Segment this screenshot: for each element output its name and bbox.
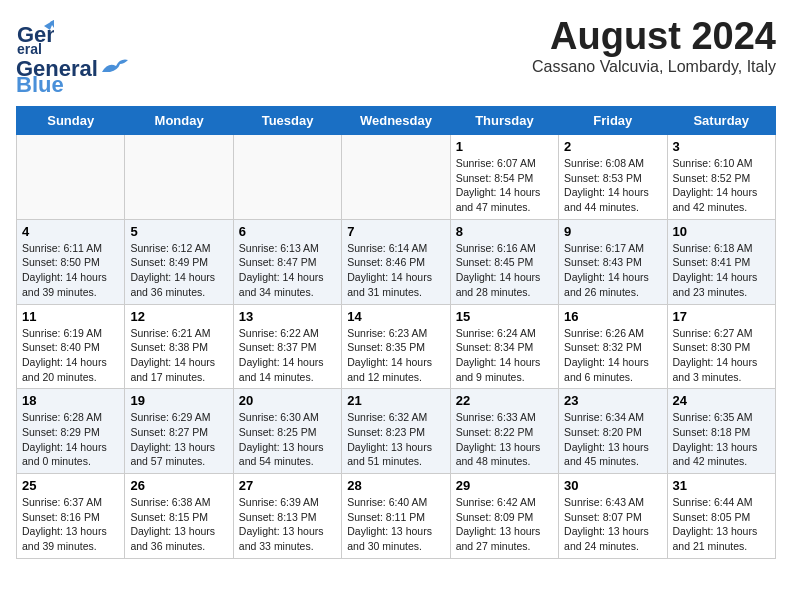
logo-icon: Gen eral: [16, 16, 54, 54]
day-number: 22: [456, 393, 553, 408]
calendar-cell: [233, 135, 341, 220]
day-info: Sunrise: 6:27 AMSunset: 8:30 PMDaylight:…: [673, 326, 770, 385]
calendar-cell: 9Sunrise: 6:17 AMSunset: 8:43 PMDaylight…: [559, 219, 667, 304]
day-number: 7: [347, 224, 444, 239]
day-number: 2: [564, 139, 661, 154]
day-number: 21: [347, 393, 444, 408]
day-number: 27: [239, 478, 336, 493]
day-info: Sunrise: 6:35 AMSunset: 8:18 PMDaylight:…: [673, 410, 770, 469]
week-row-2: 4Sunrise: 6:11 AMSunset: 8:50 PMDaylight…: [17, 219, 776, 304]
day-number: 14: [347, 309, 444, 324]
logo-text-blue: Blue: [16, 72, 64, 98]
calendar-cell: 27Sunrise: 6:39 AMSunset: 8:13 PMDayligh…: [233, 474, 341, 559]
calendar-cell: 14Sunrise: 6:23 AMSunset: 8:35 PMDayligh…: [342, 304, 450, 389]
calendar-cell: 31Sunrise: 6:44 AMSunset: 8:05 PMDayligh…: [667, 474, 775, 559]
weekday-header-thursday: Thursday: [450, 107, 558, 135]
calendar-cell: 19Sunrise: 6:29 AMSunset: 8:27 PMDayligh…: [125, 389, 233, 474]
day-number: 8: [456, 224, 553, 239]
weekday-header-sunday: Sunday: [17, 107, 125, 135]
day-info: Sunrise: 6:19 AMSunset: 8:40 PMDaylight:…: [22, 326, 119, 385]
weekday-header-tuesday: Tuesday: [233, 107, 341, 135]
title-block: August 2024 Cassano Valcuvia, Lombardy, …: [532, 16, 776, 76]
day-number: 26: [130, 478, 227, 493]
logo: Gen eral General Blue: [16, 16, 130, 98]
day-info: Sunrise: 6:43 AMSunset: 8:07 PMDaylight:…: [564, 495, 661, 554]
calendar-cell: 16Sunrise: 6:26 AMSunset: 8:32 PMDayligh…: [559, 304, 667, 389]
day-info: Sunrise: 6:32 AMSunset: 8:23 PMDaylight:…: [347, 410, 444, 469]
day-info: Sunrise: 6:16 AMSunset: 8:45 PMDaylight:…: [456, 241, 553, 300]
calendar-cell: 29Sunrise: 6:42 AMSunset: 8:09 PMDayligh…: [450, 474, 558, 559]
day-number: 24: [673, 393, 770, 408]
calendar-cell: 6Sunrise: 6:13 AMSunset: 8:47 PMDaylight…: [233, 219, 341, 304]
calendar-cell: 3Sunrise: 6:10 AMSunset: 8:52 PMDaylight…: [667, 135, 775, 220]
day-info: Sunrise: 6:21 AMSunset: 8:38 PMDaylight:…: [130, 326, 227, 385]
calendar-subtitle: Cassano Valcuvia, Lombardy, Italy: [532, 58, 776, 76]
day-info: Sunrise: 6:07 AMSunset: 8:54 PMDaylight:…: [456, 156, 553, 215]
day-number: 31: [673, 478, 770, 493]
calendar-cell: 10Sunrise: 6:18 AMSunset: 8:41 PMDayligh…: [667, 219, 775, 304]
week-row-4: 18Sunrise: 6:28 AMSunset: 8:29 PMDayligh…: [17, 389, 776, 474]
calendar-cell: 18Sunrise: 6:28 AMSunset: 8:29 PMDayligh…: [17, 389, 125, 474]
day-number: 6: [239, 224, 336, 239]
day-number: 1: [456, 139, 553, 154]
day-number: 10: [673, 224, 770, 239]
calendar-cell: 24Sunrise: 6:35 AMSunset: 8:18 PMDayligh…: [667, 389, 775, 474]
calendar-header: Gen eral General Blue August 2024 Cassan…: [16, 16, 776, 98]
day-info: Sunrise: 6:37 AMSunset: 8:16 PMDaylight:…: [22, 495, 119, 554]
logo-bird-icon: [100, 54, 130, 76]
day-info: Sunrise: 6:24 AMSunset: 8:34 PMDaylight:…: [456, 326, 553, 385]
calendar-cell: 4Sunrise: 6:11 AMSunset: 8:50 PMDaylight…: [17, 219, 125, 304]
day-number: 12: [130, 309, 227, 324]
day-number: 13: [239, 309, 336, 324]
day-info: Sunrise: 6:44 AMSunset: 8:05 PMDaylight:…: [673, 495, 770, 554]
day-number: 9: [564, 224, 661, 239]
day-number: 29: [456, 478, 553, 493]
calendar-cell: 12Sunrise: 6:21 AMSunset: 8:38 PMDayligh…: [125, 304, 233, 389]
day-info: Sunrise: 6:34 AMSunset: 8:20 PMDaylight:…: [564, 410, 661, 469]
day-number: 19: [130, 393, 227, 408]
day-info: Sunrise: 6:08 AMSunset: 8:53 PMDaylight:…: [564, 156, 661, 215]
calendar-cell: 22Sunrise: 6:33 AMSunset: 8:22 PMDayligh…: [450, 389, 558, 474]
weekday-header-wednesday: Wednesday: [342, 107, 450, 135]
day-number: 3: [673, 139, 770, 154]
calendar-thead: SundayMondayTuesdayWednesdayThursdayFrid…: [17, 107, 776, 135]
day-info: Sunrise: 6:11 AMSunset: 8:50 PMDaylight:…: [22, 241, 119, 300]
calendar-cell: 13Sunrise: 6:22 AMSunset: 8:37 PMDayligh…: [233, 304, 341, 389]
calendar-cell: 20Sunrise: 6:30 AMSunset: 8:25 PMDayligh…: [233, 389, 341, 474]
day-info: Sunrise: 6:30 AMSunset: 8:25 PMDaylight:…: [239, 410, 336, 469]
calendar-cell: 1Sunrise: 6:07 AMSunset: 8:54 PMDaylight…: [450, 135, 558, 220]
day-number: 30: [564, 478, 661, 493]
day-info: Sunrise: 6:40 AMSunset: 8:11 PMDaylight:…: [347, 495, 444, 554]
calendar-cell: [17, 135, 125, 220]
day-number: 4: [22, 224, 119, 239]
day-info: Sunrise: 6:10 AMSunset: 8:52 PMDaylight:…: [673, 156, 770, 215]
calendar-cell: 7Sunrise: 6:14 AMSunset: 8:46 PMDaylight…: [342, 219, 450, 304]
day-info: Sunrise: 6:13 AMSunset: 8:47 PMDaylight:…: [239, 241, 336, 300]
day-info: Sunrise: 6:38 AMSunset: 8:15 PMDaylight:…: [130, 495, 227, 554]
day-info: Sunrise: 6:26 AMSunset: 8:32 PMDaylight:…: [564, 326, 661, 385]
calendar-cell: 30Sunrise: 6:43 AMSunset: 8:07 PMDayligh…: [559, 474, 667, 559]
day-info: Sunrise: 6:22 AMSunset: 8:37 PMDaylight:…: [239, 326, 336, 385]
day-info: Sunrise: 6:17 AMSunset: 8:43 PMDaylight:…: [564, 241, 661, 300]
day-number: 25: [22, 478, 119, 493]
calendar-cell: 26Sunrise: 6:38 AMSunset: 8:15 PMDayligh…: [125, 474, 233, 559]
calendar-cell: 8Sunrise: 6:16 AMSunset: 8:45 PMDaylight…: [450, 219, 558, 304]
day-info: Sunrise: 6:18 AMSunset: 8:41 PMDaylight:…: [673, 241, 770, 300]
calendar-cell: 11Sunrise: 6:19 AMSunset: 8:40 PMDayligh…: [17, 304, 125, 389]
calendar-cell: 21Sunrise: 6:32 AMSunset: 8:23 PMDayligh…: [342, 389, 450, 474]
week-row-3: 11Sunrise: 6:19 AMSunset: 8:40 PMDayligh…: [17, 304, 776, 389]
day-number: 20: [239, 393, 336, 408]
day-number: 17: [673, 309, 770, 324]
day-info: Sunrise: 6:14 AMSunset: 8:46 PMDaylight:…: [347, 241, 444, 300]
calendar-title: August 2024: [532, 16, 776, 58]
calendar-cell: 17Sunrise: 6:27 AMSunset: 8:30 PMDayligh…: [667, 304, 775, 389]
day-number: 28: [347, 478, 444, 493]
day-number: 23: [564, 393, 661, 408]
day-number: 11: [22, 309, 119, 324]
calendar-cell: 5Sunrise: 6:12 AMSunset: 8:49 PMDaylight…: [125, 219, 233, 304]
day-info: Sunrise: 6:39 AMSunset: 8:13 PMDaylight:…: [239, 495, 336, 554]
calendar-table: SundayMondayTuesdayWednesdayThursdayFrid…: [16, 106, 776, 559]
week-row-5: 25Sunrise: 6:37 AMSunset: 8:16 PMDayligh…: [17, 474, 776, 559]
calendar-cell: [342, 135, 450, 220]
day-info: Sunrise: 6:28 AMSunset: 8:29 PMDaylight:…: [22, 410, 119, 469]
